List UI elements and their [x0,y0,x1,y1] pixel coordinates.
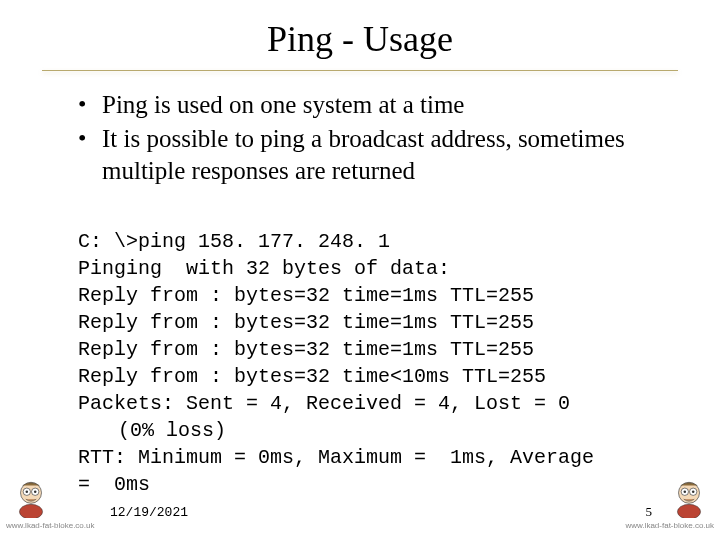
svg-point-9 [684,490,687,493]
watermark-text: www.lkad-fat-bloke.co.uk [626,521,714,530]
bullet-item: Ping is used on one system at a time [78,89,678,121]
slide-page-number: 5 [646,504,653,520]
svg-point-11 [677,504,700,518]
terminal-line: Reply from : bytes=32 time=1ms TTL=255 [78,311,534,334]
terminal-output: C: \>ping 158. 177. 248. 1 Pinging with … [78,201,678,498]
slide-date: 12/19/2021 [110,505,188,520]
slide: Ping - Usage Ping is used on one system … [0,0,720,540]
bullet-item: It is possible to ping a broadcast addre… [78,123,678,187]
svg-point-5 [19,504,42,518]
terminal-line: RTT: Minimum = 0ms, Maximum = 1ms, Avera… [78,446,594,469]
slide-title: Ping - Usage [42,18,678,60]
watermark-text: www.lkad-fat-bloke.co.uk [6,521,94,530]
terminal-line: Reply from : bytes=32 time=1ms TTL=255 [78,284,534,307]
terminal-line: (0% loss) [78,417,226,444]
title-divider [42,70,678,71]
terminal-line: Pinging with 32 bytes of data: [78,257,450,280]
terminal-line: C: \>ping 158. 177. 248. 1 [78,230,390,253]
terminal-line: Packets: Sent = 4, Received = 4, Lost = … [78,392,570,415]
bullet-list: Ping is used on one system at a time It … [78,89,678,187]
terminal-line: Reply from : bytes=32 time<10ms TTL=255 [78,365,546,388]
svg-point-4 [34,490,37,493]
terminal-line: Reply from : bytes=32 time=1ms TTL=255 [78,338,534,361]
cartoon-icon [668,476,710,518]
cartoon-icon [10,476,52,518]
svg-point-3 [26,490,29,493]
slide-footer: www.lkad-fat-bloke.co.uk www.lkad-fat-bl… [0,476,720,532]
svg-point-10 [692,490,695,493]
